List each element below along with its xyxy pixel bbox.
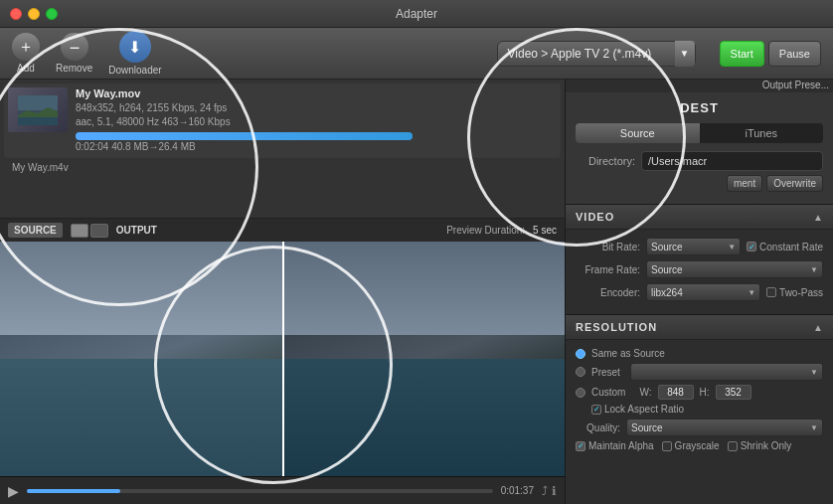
preview-controls: ▶ 0:01:37 ⤴ ℹ: [0, 476, 565, 504]
grayscale-label: Grayscale: [675, 440, 720, 451]
app-title: Adapter: [396, 7, 437, 21]
two-pass-checkbox[interactable]: Two-Pass: [766, 287, 823, 298]
tab-source[interactable]: Source: [576, 123, 700, 143]
width-input[interactable]: [658, 385, 694, 400]
preview-area: SOURCE OUTPUT Preview Duration: 5 sec: [0, 219, 565, 504]
downloader-icon[interactable]: ⬇: [119, 31, 151, 63]
pause-button[interactable]: Pause: [768, 41, 821, 67]
preset-select[interactable]: ▼: [630, 363, 823, 381]
dest-tabs: Source iTunes: [576, 123, 823, 143]
timecode: 0:01:37: [501, 485, 534, 496]
preview-icons: ⤴ ℹ: [542, 484, 557, 498]
lock-row: ✓ Lock Aspect Ratio: [591, 404, 823, 415]
titlebar: Adapter: [0, 0, 833, 28]
two-pass-label: Two-Pass: [779, 287, 823, 298]
bit-rate-select[interactable]: Source ▼: [646, 238, 741, 255]
video-output-side: [282, 242, 565, 476]
encoder-label: Encoder:: [576, 287, 640, 298]
custom-radio[interactable]: [576, 388, 585, 398]
constant-rate-checkbox[interactable]: ✓ Constant Rate: [747, 242, 823, 252]
add-group: ＋ Add: [12, 33, 40, 74]
grayscale-checkbox[interactable]: Grayscale: [662, 440, 720, 451]
shrink-only-label: Shrink Only: [741, 440, 792, 451]
quality-row: Quality: Source ▼: [576, 419, 823, 436]
output-label: OUTPUT: [116, 225, 157, 236]
side-view-button[interactable]: [90, 224, 108, 238]
play-button[interactable]: ▶: [8, 483, 19, 499]
grayscale-icon: [662, 441, 672, 451]
frame-rate-label: Frame Rate:: [576, 264, 640, 275]
timeline-progress: [27, 489, 120, 493]
same-as-source-radio[interactable]: [576, 349, 585, 359]
height-input[interactable]: [716, 385, 751, 400]
resolution-section-header[interactable]: RESOLUTION ▲: [566, 315, 833, 340]
maximize-button[interactable]: [46, 8, 58, 20]
frame-rate-select[interactable]: Source ▼: [646, 260, 823, 278]
directory-row: Directory: /Users/macr: [576, 151, 823, 171]
remove-icon[interactable]: －: [61, 33, 88, 61]
height-label: H:: [700, 387, 710, 398]
file-item[interactable]: My Way.mov 848x352, h264, 2155 Kbps, 24 …: [4, 84, 561, 158]
file-list: My Way.mov 848x352, h264, 2155 Kbps, 24 …: [0, 80, 565, 219]
encoder-select[interactable]: libx264 ▼: [646, 283, 760, 301]
file-dest-label: My Way.m4v: [4, 158, 561, 177]
two-pass-check-icon: [766, 287, 776, 297]
quality-arrow: ▼: [810, 423, 818, 432]
file-progress-bar: [76, 132, 413, 140]
minimize-button[interactable]: [28, 8, 40, 20]
start-button[interactable]: Start: [720, 41, 764, 67]
left-panel: My Way.mov 848x352, h264, 2155 Kbps, 24 …: [0, 80, 565, 504]
remove-group: － Remove: [56, 33, 92, 74]
lock-checkbox[interactable]: ✓: [591, 405, 601, 415]
split-view-button[interactable]: [71, 224, 88, 238]
info-icon[interactable]: ℹ: [552, 484, 557, 498]
dest-btn1[interactable]: ment: [727, 175, 762, 192]
lock-label: Lock Aspect Ratio: [604, 404, 684, 415]
chevron-up-icon: ▲: [813, 212, 823, 223]
video-source-side: [0, 242, 282, 476]
source-label: SOURCE: [8, 223, 63, 238]
view-buttons: [71, 224, 108, 238]
preset-value: Video > Apple TV 2 (*.m4v): [508, 47, 652, 61]
custom-label: Custom: [591, 387, 625, 398]
quality-select[interactable]: Source ▼: [626, 419, 823, 436]
preview-header: SOURCE OUTPUT Preview Duration: 5 sec: [0, 219, 565, 242]
bit-rate-value: Source: [651, 242, 683, 252]
chevron-down-icon: ▼: [675, 41, 695, 67]
file-info: My Way.mov 848x352, h264, 2155 Kbps, 24 …: [76, 87, 557, 154]
encoder-value: libx264: [651, 287, 683, 298]
toolbar: ＋ Add － Remove ⬇ Downloader Video > Appl…: [0, 28, 833, 80]
preset-label: Preset: [591, 367, 620, 378]
preset-area: Video > Apple TV 2 (*.m4v) ▼: [497, 41, 696, 67]
constant-rate-check-icon: ✓: [747, 242, 756, 252]
tab-itunes[interactable]: iTunes: [700, 123, 824, 143]
quality-value: Source: [631, 422, 663, 433]
video-section: VIDEO ▲ Bit Rate: Source ▼ ✓ Constant Ra…: [566, 205, 833, 315]
maintain-row: ✓ Maintain Alpha Grayscale Shrink Only: [576, 440, 823, 451]
shrink-only-checkbox[interactable]: Shrink Only: [728, 440, 792, 451]
video-section-title: VIDEO: [576, 211, 614, 223]
bit-rate-row: Bit Rate: Source ▼ ✓ Constant Rate: [576, 238, 823, 255]
downloader-group: ⬇ Downloader: [108, 31, 161, 76]
resolution-chevron-icon: ▲: [813, 322, 823, 333]
add-icon[interactable]: ＋: [12, 33, 40, 61]
add-label: Add: [17, 63, 35, 74]
file-meta-2: aac, 5.1, 48000 Hz 463→160 Kbps: [76, 115, 557, 129]
preset-radio[interactable]: [576, 367, 585, 377]
duration-value: 5 sec: [533, 225, 557, 236]
video-divider: [282, 242, 284, 476]
overwrite-button[interactable]: Overwrite: [766, 175, 823, 192]
maintain-alpha-checkbox[interactable]: ✓ Maintain Alpha: [576, 440, 654, 451]
share-icon[interactable]: ⤴: [542, 484, 548, 498]
directory-path[interactable]: /Users/macr: [641, 151, 823, 171]
encoder-arrow: ▼: [748, 288, 755, 297]
maintain-alpha-label: Maintain Alpha: [588, 440, 654, 451]
preset-dropdown[interactable]: Video > Apple TV 2 (*.m4v) ▼: [497, 41, 696, 67]
close-button[interactable]: [10, 8, 22, 20]
timeline[interactable]: [27, 489, 493, 493]
file-thumbnail: [8, 87, 68, 132]
video-section-header[interactable]: VIDEO ▲: [566, 205, 833, 230]
output-preset-label: Output Prese...: [566, 80, 833, 90]
preset-row: Preset ▼: [576, 363, 823, 381]
frame-rate-row: Frame Rate: Source ▼: [576, 260, 823, 278]
